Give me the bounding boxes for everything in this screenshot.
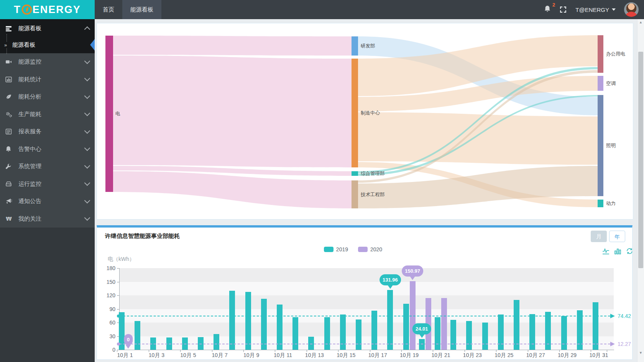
- legend-item-2020[interactable]: 2020: [358, 246, 382, 252]
- marker-pin-2020[interactable]: 150.97: [402, 265, 423, 277]
- x-tick-mark: [496, 350, 496, 352]
- legend-swatch-2019: [324, 247, 334, 252]
- sidebar-item-4[interactable]: 报表服务: [0, 123, 95, 141]
- y-tick-mark: [117, 309, 119, 310]
- sidebar-item-energy-dashboard[interactable]: » 能源看板: [0, 36, 95, 53]
- toggle-month-button[interactable]: 月: [591, 231, 607, 242]
- sidebar-group-energy-dashboard[interactable]: 能源看板: [0, 21, 95, 36]
- sankey-node-jishu[interactable]: [352, 180, 358, 208]
- bar-2019-day12[interactable]: [292, 317, 298, 350]
- marker-pin-2019[interactable]: 131.96: [380, 274, 401, 285]
- bar-chart-icon[interactable]: [614, 247, 621, 255]
- sidebar-item-label: 生产能耗: [15, 111, 85, 118]
- bar-2019-day2[interactable]: [135, 321, 140, 350]
- marker-pin-2020[interactable]: 0: [124, 334, 133, 345]
- average-line-arrow: [610, 314, 615, 318]
- average-value-label: 12.27: [618, 341, 631, 347]
- chevron-down-icon: [84, 110, 90, 116]
- sidebar-item-0[interactable]: 能源监控: [0, 53, 95, 71]
- marker-value: 0: [127, 337, 130, 342]
- sidebar-item-6[interactable]: 系统管理: [0, 158, 95, 175]
- sankey-node-zhaoming[interactable]: [598, 95, 603, 196]
- grid-band: [119, 268, 614, 282]
- marker-pin-2019[interactable]: 24.01: [412, 323, 431, 334]
- sidebar-item-1[interactable]: 能耗统计: [0, 71, 95, 88]
- bar-2019-day21[interactable]: [435, 317, 440, 350]
- bar-2019-day18[interactable]: [387, 290, 393, 350]
- sankey-link-3[interactable]: [113, 171, 352, 208]
- sankey-node-zonghe[interactable]: [352, 171, 358, 176]
- logo-text-suffix: ENERGY: [33, 4, 81, 16]
- bar-2019-day10[interactable]: [261, 299, 267, 350]
- app-logo: TENERGY: [0, 0, 95, 19]
- x-tick-mark: [212, 350, 212, 352]
- sankey-node-bangong[interactable]: [598, 35, 603, 73]
- toggle-year-button[interactable]: 年: [609, 231, 625, 242]
- scroll-up-arrow[interactable]: ▲: [637, 19, 644, 25]
- x-tick-label: 10月 17: [362, 352, 393, 359]
- sidebar-item-label: 能耗统计: [15, 76, 85, 83]
- refresh-icon[interactable]: [626, 247, 632, 255]
- sidebar-item-3[interactable]: 生产能耗: [0, 106, 95, 123]
- sidebar-item-8[interactable]: 通知公告: [0, 193, 95, 210]
- bar-2019-day24[interactable]: [482, 323, 488, 350]
- notification-bell-icon[interactable]: 2: [544, 5, 551, 14]
- notification-count-badge: 2: [552, 2, 555, 8]
- user-menu[interactable]: T@ENERGY: [575, 7, 616, 13]
- x-tick-label: 10月 31: [583, 352, 614, 359]
- won-icon: ₩: [5, 216, 15, 222]
- sankey-node-dian[interactable]: [105, 36, 113, 192]
- scrollbar-thumb[interactable]: [638, 52, 643, 268]
- vertical-scrollbar[interactable]: ▲ ▼: [637, 19, 644, 362]
- sankey-node-label-dongli: 动力: [606, 201, 616, 206]
- header-tabs: 首页 能源看板: [95, 0, 161, 19]
- bar-2020-day21[interactable]: [441, 298, 447, 350]
- line-chart-icon[interactable]: [602, 247, 610, 255]
- bar-2019-day9[interactable]: [245, 292, 251, 350]
- bar-2019-day29[interactable]: [561, 316, 567, 350]
- bar-2019-day22[interactable]: [450, 320, 456, 350]
- bar-2019-day23[interactable]: [466, 321, 472, 350]
- bar-2019-day14[interactable]: [324, 317, 330, 350]
- bar-2019-day6[interactable]: [198, 337, 204, 350]
- sankey-link-0[interactable]: [113, 36, 352, 56]
- sidebar-item-label: 能耗分析: [15, 93, 85, 100]
- top-header: TENERGY 首页 能源看板 2 T@ENERGY: [0, 0, 644, 19]
- bar-2019-day16[interactable]: [356, 319, 361, 350]
- sankey-node-yanfa[interactable]: [352, 36, 358, 56]
- sankey-node-kongtiao[interactable]: [598, 76, 603, 91]
- bar-2019-day8[interactable]: [229, 291, 235, 350]
- bar-2019-day31[interactable]: [593, 302, 598, 350]
- legend-item-2019[interactable]: 2019: [324, 246, 348, 252]
- chevron-down-icon: [84, 145, 90, 151]
- bar-2019-day13[interactable]: [308, 337, 314, 350]
- y-tick-mark: [117, 282, 119, 282]
- x-tick-mark: [433, 350, 433, 352]
- x-tick-mark: [591, 350, 591, 352]
- sankey-chart[interactable]: 电研发部制造中心综合管理部技术工程部办公用电空调照明动力: [97, 23, 632, 218]
- bar-2019-day26[interactable]: [514, 300, 519, 350]
- x-tick-label: 10月 23: [457, 352, 488, 359]
- average-line-2020: [119, 344, 610, 344]
- sidebar-item-7[interactable]: 运行监控: [0, 175, 95, 193]
- fullscreen-icon[interactable]: [559, 6, 567, 13]
- bar-2019-day7[interactable]: [214, 334, 219, 350]
- grid-band: [119, 282, 614, 296]
- bar-2019-day11[interactable]: [277, 305, 283, 350]
- x-tick-mark: [275, 350, 275, 352]
- app-window: TENERGY 首页 能源看板 2 T@ENERGY: [0, 0, 644, 362]
- sidebar-item-5[interactable]: 告警中心: [0, 141, 95, 158]
- sankey-node-zhizao[interactable]: [352, 59, 358, 167]
- sankey-link-1[interactable]: [113, 56, 352, 167]
- legend-swatch-2020: [358, 247, 368, 252]
- tab-home[interactable]: 首页: [95, 0, 122, 19]
- sidebar-item-9[interactable]: ₩我的关注: [0, 210, 95, 228]
- sidebar-item-2[interactable]: 能耗分析: [0, 88, 95, 106]
- scroll-down-arrow[interactable]: ▼: [637, 350, 644, 356]
- dashboard-icon: [5, 25, 15, 32]
- tab-energy-dashboard[interactable]: 能源看板: [122, 0, 161, 19]
- sankey-node-dongli[interactable]: [598, 200, 603, 207]
- grid-band: [119, 295, 614, 309]
- bar-2019-day19[interactable]: [403, 304, 409, 350]
- user-avatar[interactable]: [624, 2, 639, 17]
